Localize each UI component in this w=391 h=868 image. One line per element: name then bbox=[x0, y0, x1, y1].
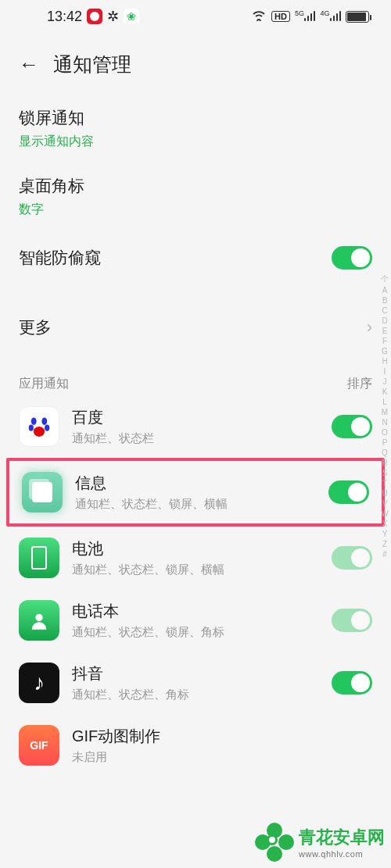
setting-title: 智能防偷窥 bbox=[19, 247, 101, 269]
setting-value: 数字 bbox=[19, 202, 372, 218]
watermark-name: 青花安卓网 bbox=[299, 826, 385, 849]
index-letter[interactable]: X bbox=[382, 520, 388, 528]
app-icon-gif: GIF bbox=[19, 725, 59, 766]
index-letter[interactable]: Q bbox=[382, 448, 388, 457]
app-toggle[interactable] bbox=[328, 480, 369, 504]
index-letter[interactable]: O bbox=[382, 428, 388, 437]
status-bar: 13:42 ✲ ❀ HD 5G 4G bbox=[0, 0, 391, 28]
watermark-logo-icon bbox=[255, 823, 294, 862]
chevron-right-icon: › bbox=[367, 317, 372, 338]
app-row-gif[interactable]: GIF GIF动图制作 未启用 bbox=[0, 714, 391, 777]
index-letter[interactable]: P bbox=[382, 438, 388, 447]
sort-button[interactable]: 排序 bbox=[347, 376, 372, 392]
index-letter[interactable]: L bbox=[382, 398, 387, 406]
page-title: 通知管理 bbox=[53, 52, 131, 77]
battery-icon bbox=[346, 11, 369, 23]
index-letter[interactable]: F bbox=[382, 337, 387, 345]
app-icon-douyin bbox=[19, 663, 59, 703]
app-row-messages[interactable]: 信息 通知栏、状态栏、锁屏、横幅 bbox=[6, 458, 385, 527]
app-name: 抖音 bbox=[72, 663, 319, 684]
app-desc: 通知栏、状态栏、角标 bbox=[72, 688, 319, 702]
app-desc: 未启用 bbox=[72, 750, 372, 765]
signal-5g: 5G bbox=[295, 9, 316, 25]
wifi-icon bbox=[251, 9, 267, 25]
app-toggle[interactable] bbox=[332, 415, 372, 438]
setting-badge[interactable]: 桌面角标 数字 bbox=[0, 163, 391, 230]
svg-point-0 bbox=[31, 417, 37, 425]
index-letter[interactable]: R bbox=[382, 459, 387, 467]
wechat-icon: ✲ bbox=[107, 8, 119, 25]
index-letter[interactable]: D bbox=[382, 316, 387, 325]
signal-4g: 4G bbox=[320, 9, 341, 25]
index-letter[interactable]: T bbox=[382, 479, 387, 488]
app-row-battery[interactable]: 电池 通知栏、状态栏、锁屏、横幅 bbox=[0, 527, 391, 589]
setting-title: 桌面角标 bbox=[19, 175, 372, 197]
index-letter[interactable]: Z bbox=[382, 540, 387, 548]
index-letter[interactable]: S bbox=[382, 469, 388, 477]
index-letter[interactable]: W bbox=[381, 509, 388, 518]
antipeep-toggle[interactable] bbox=[332, 246, 372, 270]
svg-point-4 bbox=[35, 614, 42, 621]
index-letter[interactable]: E bbox=[382, 327, 388, 335]
watermark-url: www.qhhlv.com bbox=[299, 849, 385, 859]
setting-antipeep: 智能防偷窥 bbox=[0, 230, 391, 285]
leaf-icon: ❀ bbox=[124, 9, 139, 24]
index-letter[interactable]: 个 bbox=[381, 273, 389, 284]
app-toggle[interactable] bbox=[332, 546, 372, 570]
weibo-icon bbox=[87, 9, 102, 24]
setting-title: 更多 bbox=[19, 316, 52, 338]
page-header: ← 通知管理 bbox=[0, 28, 391, 95]
setting-value: 显示通知内容 bbox=[19, 134, 372, 150]
setting-lockscreen[interactable]: 锁屏通知 显示通知内容 bbox=[0, 95, 391, 163]
index-letter[interactable]: I bbox=[384, 367, 386, 376]
app-name: 电话本 bbox=[72, 601, 319, 622]
index-letter[interactable]: M bbox=[382, 408, 388, 416]
app-section-header: 应用通知 排序 bbox=[0, 354, 391, 395]
section-title: 应用通知 bbox=[19, 376, 69, 392]
app-icon-messages bbox=[22, 472, 63, 513]
setting-title: 锁屏通知 bbox=[19, 107, 372, 129]
app-toggle[interactable] bbox=[332, 671, 372, 695]
index-letter[interactable]: K bbox=[382, 388, 388, 396]
index-letter[interactable]: Y bbox=[382, 530, 388, 538]
app-row-douyin[interactable]: 抖音 通知栏、状态栏、角标 bbox=[0, 652, 391, 714]
index-letter[interactable]: G bbox=[382, 347, 388, 355]
app-toggle[interactable] bbox=[332, 609, 372, 632]
index-letter[interactable]: N bbox=[382, 418, 387, 427]
clock: 13:42 bbox=[47, 9, 82, 25]
index-letter[interactable]: B bbox=[382, 296, 388, 305]
app-name: 信息 bbox=[75, 473, 316, 494]
index-letter[interactable]: A bbox=[382, 286, 388, 295]
app-name: 百度 bbox=[72, 407, 319, 428]
index-letter[interactable]: U bbox=[382, 489, 387, 498]
svg-point-1 bbox=[41, 417, 47, 425]
app-icon-battery bbox=[19, 538, 59, 578]
setting-more[interactable]: 更多 › bbox=[0, 301, 391, 354]
back-icon[interactable]: ← bbox=[19, 52, 39, 77]
app-desc: 通知栏、状态栏、锁屏、横幅 bbox=[75, 497, 316, 512]
index-letter[interactable]: V bbox=[382, 499, 388, 508]
app-icon-contacts bbox=[19, 600, 59, 641]
app-desc: 通知栏、状态栏、锁屏、角标 bbox=[72, 625, 319, 640]
app-desc: 通知栏、状态栏、锁屏、横幅 bbox=[72, 563, 319, 577]
alphabet-index[interactable]: 个ABCDEFGHIJKLMNOPQRSTUVWXYZ# bbox=[381, 273, 389, 559]
index-letter[interactable]: H bbox=[382, 357, 387, 366]
app-name: GIF动图制作 bbox=[72, 726, 372, 747]
svg-point-3 bbox=[45, 425, 49, 431]
index-letter[interactable]: C bbox=[382, 306, 387, 315]
index-letter[interactable]: # bbox=[382, 550, 387, 559]
status-right: HD 5G 4G bbox=[251, 9, 369, 25]
watermark: 青花安卓网 www.qhhlv.com bbox=[255, 823, 385, 862]
hd-icon: HD bbox=[271, 11, 290, 22]
app-desc: 通知栏、状态栏 bbox=[72, 431, 319, 446]
svg-point-2 bbox=[29, 425, 34, 431]
app-name: 电池 bbox=[72, 538, 319, 559]
status-left: 13:42 ✲ ❀ bbox=[47, 8, 139, 25]
app-row-contacts[interactable]: 电话本 通知栏、状态栏、锁屏、角标 bbox=[0, 589, 391, 652]
index-letter[interactable]: J bbox=[383, 377, 387, 386]
app-row-baidu[interactable]: 百度 通知栏、状态栏 bbox=[0, 395, 391, 458]
app-icon-baidu bbox=[19, 406, 59, 447]
